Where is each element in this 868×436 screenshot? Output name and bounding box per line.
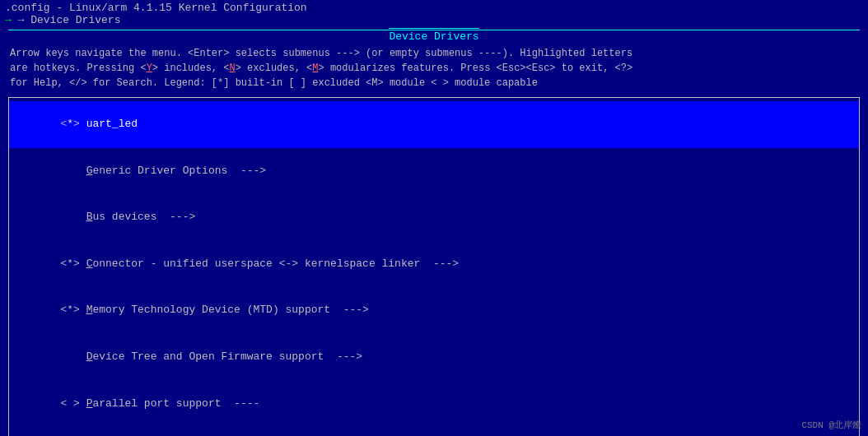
menu-item-uart-led[interactable]: <*> uart_led: [9, 101, 859, 148]
menu-item-device-tree[interactable]: Device Tree and Open Firmware support --…: [9, 334, 859, 381]
title-bar: .config - Linux/arm 4.1.15 Kernel Config…: [0, 0, 868, 28]
menu-item-bus-devices[interactable]: Bus devices --->: [9, 194, 859, 241]
help-line-2: are hotkeys. Pressing <Y> includes, <N> …: [10, 61, 858, 76]
menu-item-connector[interactable]: <*> Connector - unified userspace <-> ke…: [9, 241, 859, 288]
menu-item-block-devices[interactable]: [*] Block devices --->: [9, 427, 859, 436]
dialog-title: Device Drivers: [389, 28, 478, 44]
watermark: CSDN @北岸燎: [801, 419, 861, 431]
breadcrumb-arrow: →: [5, 14, 18, 26]
menu-item-mtd[interactable]: <*> Memory Technology Device (MTD) suppo…: [9, 287, 859, 334]
help-text: Arrow keys navigate the menu. <Enter> se…: [3, 43, 865, 94]
menu-item-parallel-port[interactable]: < > Parallel port support ----: [9, 380, 859, 427]
main-content: Device Drivers Arrow keys navigate the m…: [0, 28, 868, 436]
breadcrumb: → Device Drivers: [18, 14, 121, 26]
help-line-1: Arrow keys navigate the menu. <Enter> se…: [10, 46, 858, 61]
window-title: .config - Linux/arm 4.1.15 Kernel Config…: [5, 2, 307, 14]
menu-area[interactable]: <*> uart_led Generic Driver Options --->…: [8, 97, 860, 436]
help-line-3: for Help, </> for Search. Legend: [*] bu…: [10, 76, 858, 90]
menu-item-generic-driver[interactable]: Generic Driver Options --->: [9, 148, 859, 195]
